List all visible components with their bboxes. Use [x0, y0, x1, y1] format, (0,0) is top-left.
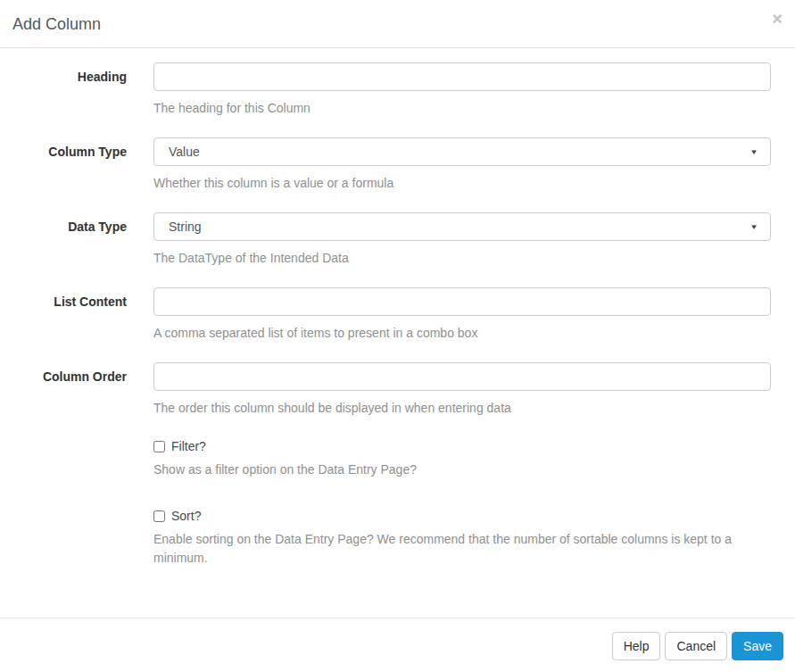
column-type-help: Whether this column is a value or a form… [153, 174, 771, 192]
filter-checkbox-label: Filter? [171, 437, 206, 455]
modal-body: Heading The heading for this Column Colu… [0, 48, 795, 618]
close-icon: × [772, 9, 783, 29]
data-type-selected-value: String [169, 220, 202, 234]
sort-checkbox-row[interactable]: Sort? [153, 507, 747, 525]
chevron-down-icon: ▼ [749, 148, 758, 156]
column-type-selected-value: Value [169, 145, 200, 159]
sort-checkbox[interactable] [153, 510, 165, 522]
list-content-help: A comma separated list of items to prese… [153, 324, 771, 342]
data-type-select[interactable]: String ▼ [153, 212, 771, 241]
form-group-column-type: Column Type Value ▼ Whether this column … [0, 137, 771, 192]
cancel-button[interactable]: Cancel [665, 632, 727, 660]
sort-help: Enable sorting on the Data Entry Page? W… [153, 530, 747, 568]
column-order-label: Column Order [43, 369, 127, 384]
column-order-help: The order this column should be displaye… [153, 399, 771, 417]
chevron-down-icon: ▼ [749, 223, 758, 231]
heading-help: The heading for this Column [153, 99, 771, 117]
heading-input[interactable] [153, 62, 771, 91]
filter-checkbox[interactable] [153, 441, 165, 452]
help-button[interactable]: Help [612, 632, 661, 660]
modal-title: Add Column [12, 13, 782, 35]
column-type-label: Column Type [48, 145, 127, 159]
form-group-list-content: List Content A comma separated list of i… [0, 287, 771, 342]
heading-label: Heading [78, 70, 127, 84]
column-type-select[interactable]: Value ▼ [153, 137, 771, 166]
modal-header: Add Column × [0, 0, 795, 48]
data-type-label: Data Type [68, 220, 127, 234]
modal-footer: Help Cancel Save [0, 618, 795, 672]
list-content-input[interactable] [153, 287, 771, 316]
form-group-data-type: Data Type String ▼ The DataType of the I… [0, 212, 771, 267]
column-order-input[interactable] [153, 362, 771, 391]
filter-checkbox-group: Filter? Show as a filter option on the D… [153, 437, 747, 479]
close-button[interactable]: × [772, 10, 783, 28]
sort-checkbox-label: Sort? [171, 507, 201, 525]
list-content-label: List Content [54, 295, 127, 309]
add-column-modal: Add Column × Heading The heading for thi… [0, 0, 795, 672]
filter-checkbox-row[interactable]: Filter? [153, 437, 747, 455]
form-group-column-order: Column Order The order this column shoul… [0, 362, 771, 417]
sort-checkbox-group: Sort? Enable sorting on the Data Entry P… [153, 507, 747, 568]
save-button[interactable]: Save [732, 632, 783, 660]
filter-help: Show as a filter option on the Data Entr… [153, 460, 747, 479]
data-type-help: The DataType of the Intended Data [153, 249, 771, 267]
form-group-heading: Heading The heading for this Column [0, 62, 771, 117]
